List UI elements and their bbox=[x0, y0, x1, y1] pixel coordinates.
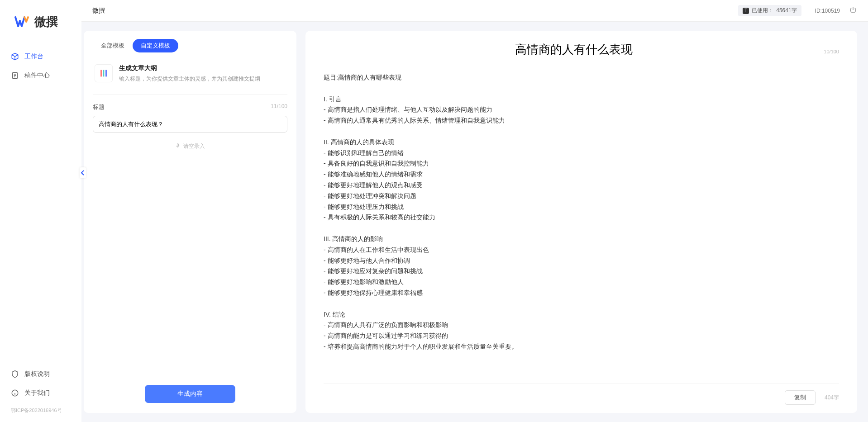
output-body[interactable]: 题目:高情商的人有哪些表现 I. 引言 - 高情商是指人们处理情绪、与他人互动以… bbox=[324, 72, 839, 379]
shield-icon bbox=[11, 370, 19, 378]
output-title: 高情商的人有什么表现 bbox=[324, 42, 824, 57]
nav-item-about[interactable]: 关于我们 bbox=[5, 384, 77, 402]
nav-item-drafts[interactable]: 稿件中心 bbox=[5, 67, 77, 84]
template-info: 生成文章大纲 输入标题，为你提供文章主体的灵感，并为其创建推文提纲 bbox=[119, 64, 286, 83]
usage-value: 45641字 bbox=[776, 7, 796, 14]
template-card[interactable]: 生成文章大纲 输入标题，为你提供文章主体的灵感，并为其创建推文提纲 bbox=[93, 61, 287, 86]
output-title-count: 10/100 bbox=[824, 49, 839, 54]
logo-icon bbox=[14, 14, 30, 30]
usage-prefix: 已使用： bbox=[752, 7, 773, 14]
nav-label: 工作台 bbox=[24, 52, 43, 61]
output-header: 高情商的人有什么表现 10/100 bbox=[324, 42, 839, 64]
generate-button[interactable]: 生成内容 bbox=[145, 385, 235, 403]
nav-item-copyright[interactable]: 版权说明 bbox=[5, 365, 77, 383]
tab-all-templates[interactable]: 全部模板 bbox=[93, 39, 133, 52]
icp-text: 鄂ICP备2022016946号 bbox=[5, 403, 77, 417]
field-label: 标题 bbox=[93, 103, 105, 111]
panel-left: 全部模板 自定义模板 生成文章大纲 输入标题，为你提供文章主体的灵感，并为其创建… bbox=[84, 31, 296, 413]
info-icon bbox=[11, 389, 19, 397]
template-tabs: 全部模板 自定义模板 bbox=[93, 39, 287, 52]
sidebar: 微撰 工作台 稿件中心 版权说明 bbox=[0, 0, 81, 422]
template-icon bbox=[95, 64, 113, 82]
copy-button[interactable]: 复制 bbox=[785, 390, 816, 405]
template-title: 生成文章大纲 bbox=[119, 64, 286, 72]
logo[interactable]: 微撰 bbox=[0, 0, 81, 48]
topbar: 微撰 T 已使用： 45641字 ID:100519 bbox=[81, 0, 868, 22]
content: 全部模板 自定义模板 生成文章大纲 输入标题，为你提供文章主体的灵感，并为其创建… bbox=[81, 22, 868, 422]
spacer bbox=[84, 154, 296, 385]
title-input-wrapper bbox=[93, 116, 287, 133]
cube-icon bbox=[11, 52, 19, 61]
page-title: 微撰 bbox=[92, 7, 738, 15]
doc-icon bbox=[11, 71, 19, 80]
nav-label: 版权说明 bbox=[24, 370, 50, 378]
nav-label: 关于我们 bbox=[24, 389, 50, 397]
output-footer: 复制 404字 bbox=[324, 384, 839, 405]
logo-text: 微撰 bbox=[34, 14, 58, 30]
sidebar-bottom: 版权说明 关于我们 鄂ICP备2022016946号 bbox=[0, 361, 81, 422]
field-count: 11/100 bbox=[271, 103, 287, 111]
usage-icon: T bbox=[743, 8, 749, 14]
title-input[interactable] bbox=[93, 116, 287, 133]
field-label-row: 标题 11/100 bbox=[93, 103, 287, 111]
main: 微撰 T 已使用： 45641字 ID:100519 全部模板 自定义模板 bbox=[81, 0, 868, 422]
voice-input-row[interactable]: 请空录入 bbox=[84, 139, 296, 154]
nav-list: 工作台 稿件中心 bbox=[0, 48, 81, 361]
power-icon[interactable] bbox=[849, 6, 857, 16]
voice-hint: 请空录入 bbox=[183, 142, 205, 150]
tab-custom-templates[interactable]: 自定义模板 bbox=[133, 39, 178, 52]
divider bbox=[93, 95, 287, 95]
user-id: ID:100519 bbox=[815, 8, 840, 14]
mic-icon bbox=[175, 143, 181, 150]
template-desc: 输入标题，为你提供文章主体的灵感，并为其创建推文提纲 bbox=[119, 75, 286, 83]
collapse-handle[interactable] bbox=[80, 167, 86, 178]
usage-badge[interactable]: T 已使用： 45641字 bbox=[738, 5, 801, 16]
word-count: 404字 bbox=[825, 394, 839, 402]
panel-right: 高情商的人有什么表现 10/100 题目:高情商的人有哪些表现 I. 引言 - … bbox=[305, 31, 857, 413]
nav-label: 稿件中心 bbox=[24, 71, 50, 80]
nav-item-workbench[interactable]: 工作台 bbox=[5, 48, 77, 65]
svg-rect-2 bbox=[177, 144, 179, 147]
